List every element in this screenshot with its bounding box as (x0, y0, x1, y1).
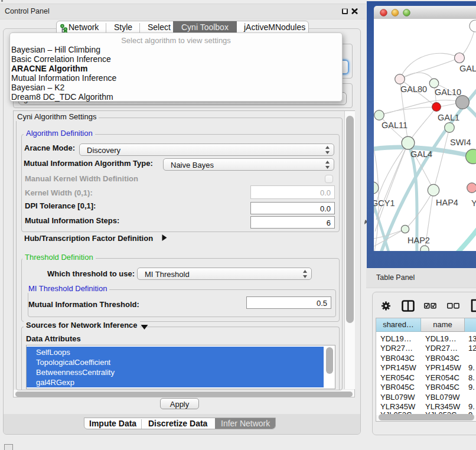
svg-text:HAP4: HAP4 (436, 198, 458, 207)
svg-text:GAL1: GAL1 (438, 113, 459, 122)
svg-text:Y: Y (471, 198, 476, 208)
svg-text:GAL10: GAL10 (435, 87, 461, 97)
svg-text:GAL11: GAL11 (382, 120, 407, 130)
svg-text:SWI4: SWI4 (450, 138, 471, 147)
svg-text:GAL80: GAL80 (400, 84, 427, 94)
svg-text:HAP2: HAP2 (407, 236, 430, 245)
svg-text:GAL: GAL (459, 64, 476, 73)
svg-text:GCY1: GCY1 (374, 198, 395, 208)
svg-text:GAL4: GAL4 (410, 149, 432, 159)
